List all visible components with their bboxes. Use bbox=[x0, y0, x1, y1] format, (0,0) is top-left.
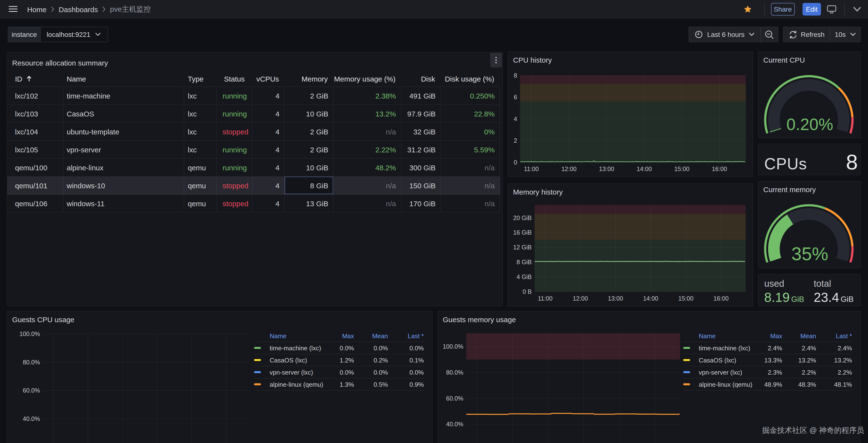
used-unit: GiB bbox=[791, 295, 804, 303]
column-header-status[interactable]: Status bbox=[217, 71, 253, 86]
cell: qemu/100 bbox=[7, 159, 63, 176]
cell: 4 bbox=[253, 177, 285, 194]
panel-memory-used-total: used 8.19GiB total 23.4GiB bbox=[758, 274, 861, 306]
cell: lxc bbox=[185, 123, 217, 140]
svg-text:4 GiB: 4 GiB bbox=[517, 273, 532, 280]
cpu-history-chart[interactable]: 11:0012:0013:0014:0015:0016:0002468 bbox=[508, 52, 753, 178]
cell: qemu bbox=[185, 195, 217, 212]
nav-chevron-down-icon[interactable] bbox=[853, 6, 861, 12]
cell: 22.8% bbox=[441, 105, 500, 122]
legend-header: NameMaxMeanLast * bbox=[683, 330, 852, 342]
cell: lxc/102 bbox=[7, 87, 63, 104]
legend-swatch bbox=[254, 383, 269, 385]
table-row-qemu-101[interactable]: qemu/101windows-10qemustopped48 GiBn/a15… bbox=[7, 177, 500, 195]
share-button[interactable]: Share bbox=[771, 3, 795, 16]
svg-text:40.0%: 40.0% bbox=[446, 421, 463, 427]
table-row-qemu-106[interactable]: qemu/106windows-11qemustopped413 GiBn/a1… bbox=[7, 195, 500, 212]
used-label: used bbox=[764, 278, 804, 289]
cell: 4 bbox=[253, 105, 285, 122]
table-row-lxc-105[interactable]: lxc/105vpn-serverlxcrunning42 GiB2.22%31… bbox=[7, 141, 500, 159]
chevron-down-icon bbox=[95, 32, 101, 36]
column-header-name[interactable]: Name bbox=[63, 71, 185, 86]
legend-series-name: vpn-server (lxc) bbox=[269, 368, 326, 376]
cell: 4 bbox=[253, 195, 285, 212]
variable-value-dropdown[interactable]: localhost:9221 bbox=[40, 27, 108, 42]
cell: 4 bbox=[253, 159, 285, 176]
legend-row-CasaOS-lxc-[interactable]: CasaOS (lxc)1.2%0.2%0.1% bbox=[254, 354, 424, 366]
time-range-button[interactable]: Last 6 hours bbox=[689, 27, 761, 42]
legend-row-time-machine-lxc-[interactable]: time-machine (lxc)0.0%0.0%0.0% bbox=[254, 342, 424, 354]
svg-text:11:00: 11:00 bbox=[524, 166, 539, 172]
legend-header-mean[interactable]: Mean bbox=[782, 332, 816, 339]
cell: lxc bbox=[185, 105, 217, 122]
legend-header-last[interactable]: Last * bbox=[388, 332, 424, 339]
svg-text:0 B: 0 B bbox=[523, 288, 532, 295]
cell: 0% bbox=[441, 123, 500, 140]
legend-value: 1.2% bbox=[326, 356, 354, 364]
legend-value: 0.9% bbox=[388, 381, 424, 388]
favorite-star-icon[interactable] bbox=[743, 4, 752, 14]
breadcrumb-dashboards[interactable]: Dashboards bbox=[59, 5, 98, 13]
cell: lxc/104 bbox=[7, 123, 63, 140]
legend-row-CasaOS-lxc-[interactable]: CasaOS (lxc)13.3%13.2%13.2% bbox=[683, 354, 852, 366]
legend-value: 48.1% bbox=[816, 381, 852, 388]
total-unit: GiB bbox=[841, 295, 854, 303]
cell: 2.22% bbox=[334, 141, 401, 158]
column-header-memory[interactable]: Memory bbox=[285, 71, 334, 86]
svg-text:12:00: 12:00 bbox=[561, 166, 577, 172]
refresh-interval-dropdown[interactable]: 10s bbox=[830, 27, 860, 42]
edit-button[interactable]: Edit bbox=[803, 3, 821, 16]
legend-value: 48.9% bbox=[754, 381, 782, 388]
legend-header-mean[interactable]: Mean bbox=[354, 332, 388, 339]
menu-icon[interactable] bbox=[8, 6, 18, 12]
panel-title: Current memory bbox=[763, 185, 816, 194]
column-header-memory-usage-[interactable]: Memory usage (%) bbox=[334, 71, 401, 86]
svg-text:20 GiB: 20 GiB bbox=[513, 214, 532, 221]
panel-menu-button[interactable] bbox=[490, 53, 502, 67]
svg-text:13:00: 13:00 bbox=[608, 295, 623, 302]
table-row-lxc-102[interactable]: lxc/102time-machinelxcrunning42 GiB2.38%… bbox=[7, 87, 500, 105]
legend-row-vpn-server-lxc-[interactable]: vpn-server (lxc)0.0%0.0%0.0% bbox=[254, 366, 424, 379]
table-row-lxc-104[interactable]: lxc/104ubuntu-templatelxcstopped42 GiBn/… bbox=[7, 123, 500, 141]
column-header-disk[interactable]: Disk bbox=[401, 71, 441, 86]
legend-row-alpine-linux-qemu-[interactable]: alpine-linux (qemu)48.9%48.3%48.1% bbox=[683, 379, 852, 391]
zoom-out-button[interactable] bbox=[761, 27, 778, 42]
svg-text:80.0%: 80.0% bbox=[446, 369, 463, 376]
refresh-button[interactable]: Refresh bbox=[784, 27, 830, 42]
legend-row-alpine-linux-qemu-[interactable]: alpine-linux (qemu)1.3%0.5%0.9% bbox=[254, 379, 424, 391]
panel-cpus-stat: CPUs 8 bbox=[758, 144, 861, 175]
legend-row-vpn-server-lxc-[interactable]: vpn-server (lxc)2.3%2.2%2.2% bbox=[683, 366, 852, 379]
legend-value: 48.3% bbox=[782, 381, 816, 388]
cell: ubuntu-template bbox=[63, 123, 185, 140]
column-header-id[interactable]: ID bbox=[7, 71, 63, 86]
guests-cpu-legend: NameMaxMeanLast *time-machine (lxc)0.0%0… bbox=[254, 330, 424, 391]
column-header-vcpus[interactable]: vCPUs bbox=[253, 71, 285, 86]
cell: 97.9 GiB bbox=[401, 105, 441, 122]
svg-text:12 GiB: 12 GiB bbox=[513, 244, 532, 250]
legend-row-time-machine-lxc-[interactable]: time-machine (lxc)2.4%2.4%2.4% bbox=[683, 342, 852, 354]
cell: n/a bbox=[441, 159, 500, 176]
cell: n/a bbox=[334, 123, 401, 140]
svg-text:13:00: 13:00 bbox=[599, 166, 614, 172]
cell: lxc/105 bbox=[7, 141, 63, 158]
panel-title: Resource allocation summary bbox=[12, 59, 108, 67]
column-header-disk-usage-[interactable]: Disk usage (%) bbox=[441, 71, 500, 86]
cell: qemu/106 bbox=[7, 195, 63, 212]
legend-value: 2.4% bbox=[782, 344, 816, 352]
legend-header-last[interactable]: Last * bbox=[816, 332, 852, 339]
variable-instance-picker[interactable]: instance localhost:9221 bbox=[8, 27, 108, 42]
table-row-qemu-100[interactable]: qemu/100alpine-linuxqemurunning410 GiB48… bbox=[7, 159, 500, 177]
memory-history-chart[interactable]: 11:0012:0013:0014:0015:0016:000 B4 GiB8 … bbox=[508, 184, 753, 307]
breadcrumb-home[interactable]: Home bbox=[27, 5, 46, 13]
legend-header-max[interactable]: Max bbox=[326, 332, 354, 339]
variable-label[interactable]: instance bbox=[8, 27, 40, 42]
cell: vpn-server bbox=[63, 141, 185, 158]
legend-series-name: time-machine (lxc) bbox=[698, 344, 754, 352]
tv-cycle-icon[interactable] bbox=[826, 4, 837, 14]
legend-header-max[interactable]: Max bbox=[754, 332, 782, 339]
column-header-type[interactable]: Type bbox=[185, 71, 217, 86]
cpus-stat-value: 8 bbox=[846, 150, 858, 174]
table-row-lxc-103[interactable]: lxc/103CasaOSlxcrunning410 GiB13.2%97.9 … bbox=[7, 105, 500, 123]
legend-swatch bbox=[254, 359, 269, 361]
cell: 5.59% bbox=[441, 141, 500, 158]
